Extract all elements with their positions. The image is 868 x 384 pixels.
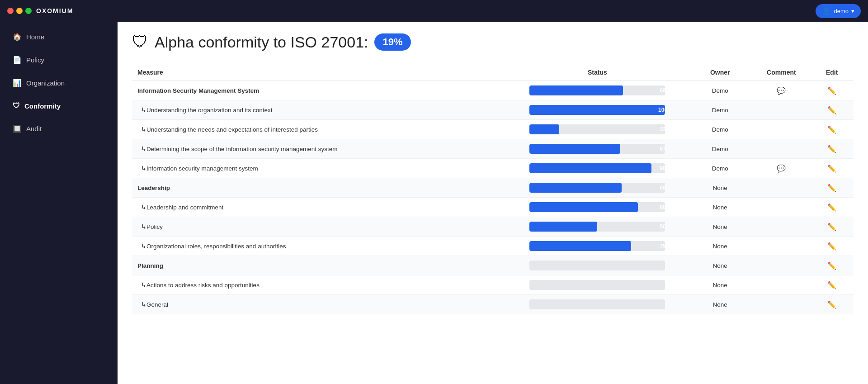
cell-status: 67% (507, 139, 688, 159)
edit-icon[interactable]: ✏️ (827, 87, 836, 95)
table-row: ↳Actions to address risks and opportunit… (132, 275, 854, 295)
conformity-icon: 🛡 (13, 102, 20, 110)
topbar: OXOMIUM 👤 demo ▾ (0, 0, 868, 22)
cell-owner: Demo (688, 120, 753, 139)
table-row: ↳Determining the scope of the informatio… (132, 139, 854, 159)
cell-comment (753, 178, 811, 198)
comment-icon[interactable]: 💬 (777, 165, 786, 172)
cell-edit[interactable]: ✏️ (810, 100, 854, 120)
page-title: Alpha conformity to ISO 27001: (155, 33, 368, 51)
cell-status: 69% (507, 81, 688, 100)
cell-comment (753, 275, 811, 295)
col-header-measure: Measure (132, 64, 507, 81)
home-icon: 🏠 (13, 33, 22, 41)
traffic-light-green (25, 8, 32, 14)
cell-measure: ↳Understanding the organization and its … (132, 100, 507, 120)
edit-icon[interactable]: ✏️ (827, 126, 836, 133)
policy-icon: 📄 (13, 56, 22, 64)
audit-icon: 🔲 (13, 124, 22, 133)
cell-comment[interactable]: 💬 (753, 81, 811, 100)
sidebar-label-home: Home (26, 33, 44, 41)
cell-measure: ↳Actions to address risks and opportunit… (132, 275, 507, 295)
cell-status (507, 256, 688, 275)
dropdown-icon: ▾ (851, 8, 854, 14)
cell-measure: ↳Information security management system (132, 159, 507, 178)
cell-comment (753, 217, 811, 237)
cell-edit[interactable]: ✏️ (810, 159, 854, 178)
cell-comment (753, 120, 811, 139)
sidebar-item-conformity[interactable]: 🛡 Conformity (4, 95, 114, 116)
sidebar-item-home[interactable]: 🏠 Home (4, 26, 114, 47)
cell-edit[interactable]: ✏️ (810, 81, 854, 100)
cell-edit[interactable]: ✏️ (810, 217, 854, 237)
cell-measure: ↳Organizational roles, responsibilities … (132, 237, 507, 256)
edit-icon[interactable]: ✏️ (827, 301, 836, 308)
cell-edit[interactable]: ✏️ (810, 198, 854, 217)
cell-measure: Information Security Management System (132, 81, 507, 100)
cell-owner: Demo (688, 81, 753, 100)
table-row: Information Security Management System69… (132, 81, 854, 100)
sidebar-label-conformity: Conformity (24, 102, 61, 110)
edit-icon[interactable]: ✏️ (827, 165, 836, 172)
cell-edit[interactable]: ✏️ (810, 237, 854, 256)
comment-icon[interactable]: 💬 (777, 87, 786, 95)
table-row: ↳Organizational roles, responsibilities … (132, 237, 854, 256)
cell-edit[interactable]: ✏️ (810, 275, 854, 295)
cell-comment (753, 100, 811, 120)
percent-badge: 19% (374, 33, 410, 51)
cell-edit[interactable]: ✏️ (810, 178, 854, 198)
cell-measure: ↳Understanding the needs and expectation… (132, 120, 507, 139)
cell-edit[interactable]: ✏️ (810, 139, 854, 159)
table-row: ↳Understanding the organization and its … (132, 100, 854, 120)
cell-owner: None (688, 295, 753, 314)
edit-icon[interactable]: ✏️ (827, 262, 836, 270)
cell-owner: None (688, 217, 753, 237)
table-row: ↳Information security management system9… (132, 159, 854, 178)
cell-status: 22% (507, 120, 688, 139)
sidebar-item-organization[interactable]: 📊 Organization (4, 72, 114, 94)
layout: 🏠 Home 📄 Policy 📊 Organization 🛡 Conform… (0, 22, 868, 384)
cell-measure: Leadership (132, 178, 507, 198)
table-row: ↳GeneralNone✏️ (132, 295, 854, 314)
edit-icon[interactable]: ✏️ (827, 223, 836, 231)
sidebar-label-organization: Organization (26, 79, 65, 87)
app-name: OXOMIUM (36, 7, 73, 14)
cell-comment (753, 198, 811, 217)
edit-icon[interactable]: ✏️ (827, 281, 836, 289)
user-menu-button[interactable]: 👤 demo ▾ (816, 4, 861, 18)
edit-icon[interactable]: ✏️ (827, 184, 836, 192)
traffic-light-yellow (16, 8, 23, 14)
col-header-owner: Owner (688, 64, 753, 81)
edit-icon[interactable]: ✏️ (827, 204, 836, 211)
cell-comment (753, 256, 811, 275)
cell-measure: ↳General (132, 295, 507, 314)
table-row: ↳Policy50%None✏️ (132, 217, 854, 237)
sidebar-item-audit[interactable]: 🔲 Audit (4, 118, 114, 139)
cell-comment[interactable]: 💬 (753, 159, 811, 178)
sidebar-item-policy[interactable]: 📄 Policy (4, 49, 114, 71)
sidebar-label-policy: Policy (26, 56, 44, 64)
edit-icon[interactable]: ✏️ (827, 242, 836, 250)
edit-icon[interactable]: ✏️ (827, 145, 836, 153)
organization-icon: 📊 (13, 79, 22, 87)
edit-icon[interactable]: ✏️ (827, 106, 836, 114)
cell-measure: ↳Determining the scope of the informatio… (132, 139, 507, 159)
cell-edit[interactable]: ✏️ (810, 120, 854, 139)
page-header: 🛡 Alpha conformity to ISO 27001: 19% (132, 33, 854, 52)
topbar-left: OXOMIUM (7, 7, 73, 14)
sidebar-label-audit: Audit (26, 125, 42, 133)
table-row: Leadership68%None✏️ (132, 178, 854, 198)
traffic-lights (7, 8, 32, 14)
cell-edit[interactable]: ✏️ (810, 295, 854, 314)
cell-status: 100% (507, 100, 688, 120)
cell-status: 75% (507, 237, 688, 256)
cell-owner: None (688, 178, 753, 198)
traffic-light-red (7, 8, 14, 14)
cell-edit[interactable]: ✏️ (810, 256, 854, 275)
table-row: PlanningNone✏️ (132, 256, 854, 275)
cell-owner: None (688, 237, 753, 256)
shield-icon: 🛡 (132, 33, 148, 52)
cell-comment (753, 295, 811, 314)
table-header-row: Measure Status Owner Comment Edit (132, 64, 854, 81)
cell-measure: ↳Leadership and commitment (132, 198, 507, 217)
